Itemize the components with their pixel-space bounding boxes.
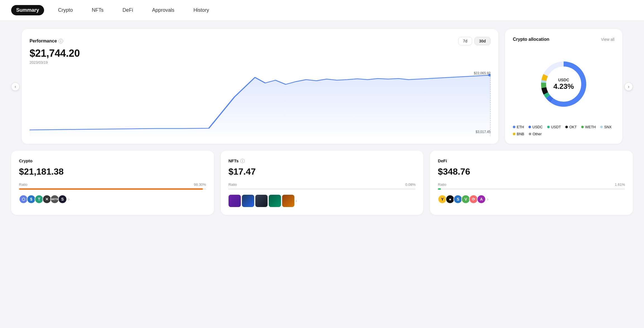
nav-item-summary[interactable]: Summary bbox=[11, 5, 44, 15]
alloc-title: Crypto allocation bbox=[513, 37, 549, 42]
nfts-thumb-row: › bbox=[229, 195, 416, 207]
legend-item-usdt: USDT bbox=[547, 125, 561, 129]
donut-wrapper: USDC 4.23% bbox=[536, 56, 592, 112]
perf-amount: $21,744.20 bbox=[30, 47, 491, 59]
crypto-ratio-row: Ratio 98.30% bbox=[19, 182, 206, 187]
defi-token-row: Y ● S V ⟳ A › bbox=[438, 195, 625, 204]
nfts-info-icon[interactable]: i bbox=[240, 159, 245, 163]
defi-ratio-pct: 1.61% bbox=[615, 182, 625, 187]
performance-card: Performance i 7d 30d $21,744.20 2023/03/… bbox=[22, 29, 498, 144]
nfts-chevron-icon[interactable]: › bbox=[295, 198, 297, 203]
time-btn-7d[interactable]: 7d bbox=[458, 37, 472, 45]
nav-item-crypto[interactable]: Crypto bbox=[53, 5, 78, 15]
top-row-wrapper: ‹ Performance i 7d 30d $21,744.20 2023/0… bbox=[11, 29, 633, 144]
defi-bottom-card: DeFi $348.76 Ratio 1.61% Y ● S V ⟳ A › bbox=[430, 151, 633, 215]
nav-item-approvals[interactable]: Approvals bbox=[147, 5, 179, 15]
crypto-chevron-icon[interactable]: › bbox=[68, 197, 69, 202]
defi-ratio-label: Ratio bbox=[438, 182, 446, 187]
nfts-card-amount: $17.47 bbox=[229, 167, 416, 177]
donut-section: USDC 4.23% bbox=[513, 47, 614, 120]
crypto-bottom-card: Crypto $21,181.38 Ratio 98.30% ⬡ $ T ✕ W… bbox=[11, 151, 214, 215]
legend-item-usdc: USDC bbox=[528, 125, 543, 129]
perf-title-text: Performance bbox=[30, 39, 57, 44]
defi-ratio-bar-bg bbox=[438, 188, 625, 190]
time-btn-30d[interactable]: 30d bbox=[474, 37, 491, 45]
legend-label-snx: SNX bbox=[604, 125, 612, 129]
legend-item-okt: OKT bbox=[565, 125, 577, 129]
legend-label-usdt: USDT bbox=[551, 125, 561, 129]
nft-thumb-1 bbox=[229, 195, 241, 207]
nfts-card-title-text: NFTs bbox=[229, 158, 239, 163]
time-btns: 7d 30d bbox=[458, 37, 491, 45]
nfts-ratio-pct: 0.08% bbox=[405, 182, 415, 187]
defi-card-amount: $348.76 bbox=[438, 167, 625, 177]
legend-dot-other bbox=[529, 133, 531, 135]
legend-label-weth: WETH bbox=[585, 125, 596, 129]
legend: ETH USDC USDT OKT bbox=[513, 125, 614, 136]
nfts-card-title: NFTs i bbox=[229, 158, 416, 163]
legend-dot-usdc bbox=[528, 126, 531, 128]
legend-label-other: Other bbox=[533, 132, 542, 136]
legend-dot-usdt bbox=[547, 126, 550, 128]
defi-ratio-bar-fill bbox=[438, 188, 441, 190]
crypto-card-title: Crypto bbox=[19, 158, 206, 163]
legend-dot-bnb bbox=[513, 133, 515, 135]
legend-label-eth: ETH bbox=[517, 125, 524, 129]
nft-thumb-2 bbox=[242, 195, 254, 207]
crypto-card-amount: $21,181.38 bbox=[19, 167, 206, 177]
legend-label-okt: OKT bbox=[569, 125, 577, 129]
defi-token-icons: Y ● S V ⟳ A bbox=[438, 195, 486, 204]
nft-thumbs bbox=[229, 195, 294, 207]
legend-label-usdc: USDC bbox=[532, 125, 543, 129]
nav-bar: Summary Crypto NFTs DeFi Approvals Histo… bbox=[0, 0, 644, 21]
legend-dot-weth bbox=[581, 126, 584, 128]
donut-label: USDC bbox=[553, 77, 574, 82]
crypto-ratio-bar-fill bbox=[19, 188, 203, 190]
legend-dot-eth bbox=[513, 126, 515, 128]
crypto-card-title-text: Crypto bbox=[19, 158, 32, 163]
crypto-ratio-bar-bg bbox=[19, 188, 206, 190]
view-all-btn[interactable]: View all bbox=[601, 37, 614, 42]
perf-header: Performance i 7d 30d bbox=[30, 37, 491, 45]
donut-pct: 4.23% bbox=[553, 82, 574, 91]
nav-item-history[interactable]: History bbox=[188, 5, 214, 15]
legend-item-other: Other bbox=[529, 132, 542, 136]
legend-dot-okt bbox=[565, 126, 568, 128]
perf-date: 2023/03/19 bbox=[30, 60, 491, 65]
bottom-row: Crypto $21,181.38 Ratio 98.30% ⬡ $ T ✕ W… bbox=[11, 151, 633, 215]
main-content: ‹ Performance i 7d 30d $21,744.20 2023/0… bbox=[0, 21, 644, 223]
chart-label-high: $22,065.92 bbox=[474, 71, 491, 75]
nfts-ratio-row: Ratio 0.08% bbox=[229, 182, 416, 187]
allocation-card: Crypto allocation View all bbox=[505, 29, 622, 144]
nfts-ratio-bar-bg bbox=[229, 188, 416, 190]
alloc-header: Crypto allocation View all bbox=[513, 37, 614, 42]
defi-ratio-row: Ratio 1.61% bbox=[438, 182, 625, 187]
top-row: Performance i 7d 30d $21,744.20 2023/03/… bbox=[22, 29, 622, 144]
crypto-token-row: ⬡ $ T ✕ WETH S › bbox=[19, 195, 206, 204]
legend-item-eth: ETH bbox=[513, 125, 524, 129]
chart-label-low: $3,017.45 bbox=[476, 130, 491, 134]
nfts-ratio-bar-fill bbox=[229, 188, 229, 190]
legend-label-bnb: BNB bbox=[517, 132, 524, 136]
legend-item-snx: SNX bbox=[600, 125, 612, 129]
nft-thumb-5 bbox=[282, 195, 294, 207]
defi-card-title-text: DeFi bbox=[438, 158, 447, 163]
chart-container: $22,065.92 $3,017.45 bbox=[30, 69, 491, 136]
token-icon-snx: S bbox=[58, 195, 67, 204]
perf-info-icon[interactable]: i bbox=[59, 39, 63, 43]
nav-item-nfts[interactable]: NFTs bbox=[87, 5, 109, 15]
crypto-ratio-pct: 98.30% bbox=[194, 182, 206, 187]
defi-chevron-icon[interactable]: › bbox=[487, 197, 488, 202]
left-arrow-btn[interactable]: ‹ bbox=[11, 82, 20, 91]
crypto-ratio-label: Ratio bbox=[19, 182, 27, 187]
legend-dot-snx bbox=[600, 126, 603, 128]
nft-thumb-3 bbox=[255, 195, 268, 207]
defi-token-icon-6: A bbox=[477, 195, 486, 204]
nfts-ratio-label: Ratio bbox=[229, 182, 237, 187]
perf-title: Performance i bbox=[30, 39, 63, 44]
nft-thumb-4 bbox=[269, 195, 281, 207]
legend-item-weth: WETH bbox=[581, 125, 596, 129]
right-arrow-btn[interactable]: › bbox=[624, 82, 633, 91]
nav-item-defi[interactable]: DeFi bbox=[117, 5, 138, 15]
defi-card-title: DeFi bbox=[438, 158, 625, 163]
